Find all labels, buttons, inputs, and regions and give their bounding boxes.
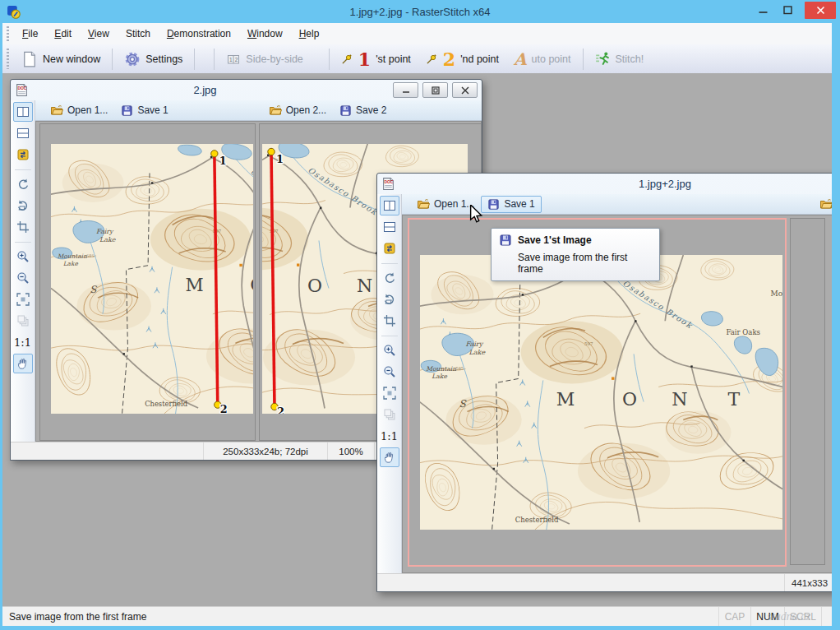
tool-hand-pan[interactable] [380,447,399,467]
win2-toolbar: Open 1... Save 1 Open 2... [402,194,832,215]
toolbar-separator [194,49,195,70]
open-folder-icon [50,104,63,117]
side-by-side-icon [383,199,396,212]
save-1-button-hovered[interactable]: Save 1 [481,196,541,213]
window-border-left [0,23,2,626]
tooltip-description: Save image from the first frame [518,252,652,275]
menu-demonstration[interactable]: Demonstration [159,25,239,43]
image-1-map-canvas[interactable] [51,144,253,414]
tool-layers[interactable] [13,311,33,331]
win1-toolbar: Open 1... Save 1 Open 2... Save 2 [35,100,482,121]
tool-swap-images[interactable] [380,239,399,258]
crop-icon [16,220,30,234]
child-window-title: 2.jpg [11,84,399,96]
resize-grip[interactable] [821,607,832,627]
second-point-button[interactable]: 2 'nd point [418,49,506,70]
tool-swap-images[interactable] [13,145,33,164]
minimize-icon [759,6,768,14]
caps-lock-indicator: CAP [718,607,750,627]
child-window-2jpg-titlebar[interactable]: 2.jpg [11,80,482,100]
menu-stitch[interactable]: Stitch [118,25,159,43]
image-size-cell: 441x333 [784,574,832,591]
minimize-button[interactable] [750,0,775,20]
pin-icon [426,53,438,65]
tool-actual-size[interactable]: 1:1 [380,426,399,446]
close-button[interactable] [805,2,836,19]
menu-file[interactable]: File [14,25,46,43]
tool-rotate-right[interactable] [380,290,399,309]
tool-rotate-left[interactable] [380,268,399,288]
tool-top-bottom[interactable] [13,123,33,143]
new-window-button[interactable]: New window [14,49,108,70]
tool-layers[interactable] [380,405,399,424]
save-1-tooltip: Save 1'st Image Save image from the firs… [491,228,660,281]
swap-images-icon [16,148,30,161]
tool-actual-size[interactable]: 1:1 [13,332,33,352]
win1-tool-strip: 1:1 [11,100,35,442]
child-restore-button[interactable] [422,82,448,98]
tool-crop[interactable] [380,311,399,331]
save-floppy-icon [339,104,352,117]
win2-secondary-pane[interactable] [790,218,825,565]
status-message: Save image from the first frame [2,611,718,623]
svg-text:1: 1 [229,57,233,63]
zoom-out-icon [16,271,30,285]
tool-hand-pan[interactable] [13,354,33,373]
tool-crop[interactable] [13,217,33,237]
layers-icon [16,314,30,327]
svg-text:2: 2 [235,57,238,63]
tool-group-separator [381,331,398,336]
menu-help[interactable]: Help [291,25,328,43]
side-by-side-button[interactable]: 12 Side-by-side [219,50,310,68]
zoom-in-icon [16,250,30,263]
tool-group-separator [381,259,398,264]
hand-pan-icon [16,357,30,370]
child-window-title: 1.jpg+2.jpg [377,178,832,190]
settings-gear-icon [124,51,141,67]
tool-rotate-left[interactable] [13,174,33,194]
tool-side-by-side[interactable] [380,196,399,215]
side-by-side-icon [16,105,30,118]
menu-edit[interactable]: Edit [46,25,80,43]
menu-view[interactable]: View [80,25,118,43]
stitch-button[interactable]: Stitch! [588,49,652,69]
tool-fit-window[interactable] [13,290,33,309]
tool-zoom-out[interactable] [13,268,33,288]
menu-window[interactable]: Window [239,25,291,43]
crop-icon [383,314,396,327]
open-2-button[interactable]: Open 2... [813,195,832,213]
child-window-stitched-titlebar[interactable]: 1.jpg+2.jpg [377,174,832,194]
tooltip-title: Save 1'st Image [518,234,592,246]
tool-top-bottom[interactable] [380,217,399,237]
maximize-button[interactable] [775,0,800,20]
tool-fit-window[interactable] [380,383,399,403]
child-minimize-button[interactable] [393,82,418,98]
toolbar-grip[interactable] [7,49,9,69]
tool-group-separator [15,165,31,170]
actual-size-label: 1:1 [14,336,31,349]
open-2-button[interactable]: Open 2... [262,101,333,119]
stitched-map-canvas[interactable] [420,255,782,530]
open-1-button[interactable]: Open 1... [44,101,114,119]
win1-left-image-pane[interactable] [39,123,256,441]
tool-side-by-side[interactable] [13,102,33,122]
child-close-button[interactable] [452,82,478,98]
save-2-button[interactable]: Save 2 [333,102,393,119]
menubar-grip[interactable] [7,26,9,41]
tool-rotate-right[interactable] [13,196,33,215]
swap-images-icon [383,242,396,255]
window-border-right [832,23,840,626]
auto-point-button[interactable]: A uto point [506,49,579,70]
window-border-bottom [0,626,840,630]
rotate-right-icon [16,199,30,212]
tool-zoom-in[interactable] [13,247,33,266]
tool-zoom-in[interactable] [380,340,399,360]
minimize-icon [402,86,410,94]
tool-zoom-out[interactable] [380,362,399,382]
maximize-icon [783,6,792,15]
image-size-cell: 250x333x24b; 72dpi [203,442,327,460]
settings-button[interactable]: Settings [117,49,190,70]
save-1-button[interactable]: Save 1 [114,102,174,119]
first-point-button[interactable]: 1 'st point [334,49,418,70]
close-icon [461,86,469,95]
